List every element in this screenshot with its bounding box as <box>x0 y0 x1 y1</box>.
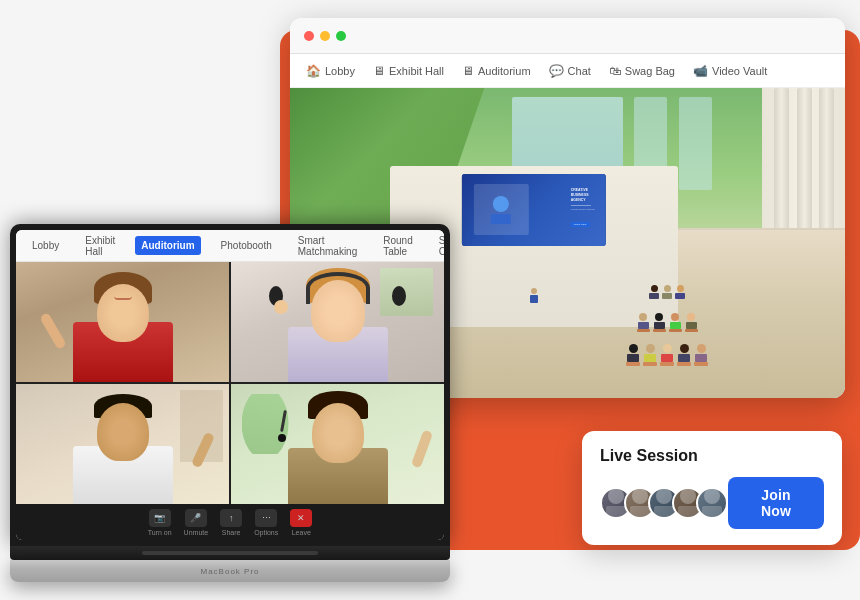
avatar-5 <box>696 487 728 519</box>
avatar-body-3 <box>654 506 674 518</box>
home-icon: 🏠 <box>306 64 321 78</box>
laptop-navbar: Lobby Exhibit Hall Auditorium Photobooth… <box>16 230 444 262</box>
avatar-body-5 <box>702 506 722 518</box>
laptop: Lobby Exhibit Hall Auditorium Photobooth… <box>10 224 450 582</box>
browser-nav-swag-bag[interactable]: 🛍 Swag Bag <box>609 64 675 78</box>
avatar-stack <box>600 487 728 519</box>
avatar-face-5 <box>704 488 720 504</box>
video-participant-2 <box>231 262 444 382</box>
window-close-dot[interactable] <box>304 31 314 41</box>
stage-screen: CREATIVE BUSINESS AGENCY Virtual Event P… <box>462 174 606 247</box>
window-minimize-dot[interactable] <box>320 31 330 41</box>
live-session-title: Live Session <box>600 447 824 465</box>
live-session-card: Live Session Join Now <box>582 431 842 545</box>
browser-navbar: 🏠 Lobby 🖥 Exhibit Hall 🖥 Auditorium 💬 Ch… <box>290 54 845 88</box>
monitor-icon: 🖥 <box>373 64 385 78</box>
options-icon: ⋯ <box>255 509 277 527</box>
browser-nav-auditorium[interactable]: 🖥 Auditorium <box>462 64 531 78</box>
share-icon: ↑ <box>220 509 242 527</box>
avatar-body-2 <box>630 506 650 518</box>
video-icon: 📹 <box>693 64 708 78</box>
laptop-hinge-bar <box>142 551 318 555</box>
options-button[interactable]: ⋯ Options <box>254 509 278 536</box>
browser-nav-video-vault[interactable]: 📹 Video Vault <box>693 64 767 78</box>
share-button[interactable]: ↑ Share <box>220 509 242 536</box>
laptop-bottom: MacBook Pro <box>10 560 450 582</box>
browser-nav-chat[interactable]: 💬 Chat <box>549 64 591 78</box>
screen-line3: AGENCY <box>571 198 595 203</box>
join-now-button[interactable]: Join Now <box>728 477 824 529</box>
turn-on-button[interactable]: 📷 Turn on <box>148 509 172 536</box>
avatar-face-2 <box>632 488 648 504</box>
laptop-nav-photobooth[interactable]: Photobooth <box>215 236 278 255</box>
audience-right <box>590 224 745 373</box>
browser-topbar <box>290 18 845 54</box>
camera-icon: 📷 <box>149 509 171 527</box>
screen-icon: 🖥 <box>462 64 474 78</box>
video-toolbar: 📷 Turn on 🎤 Unmute ↑ Share ⋯ Options ✕ <box>16 504 444 540</box>
laptop-display: Lobby Exhibit Hall Auditorium Photobooth… <box>16 230 444 540</box>
video-participant-1 <box>16 262 229 382</box>
unmute-button[interactable]: 🎤 Unmute <box>184 509 209 536</box>
video-grid <box>16 262 444 504</box>
laptop-nav-auditorium[interactable]: Auditorium <box>135 236 200 255</box>
laptop-brand-label: MacBook Pro <box>200 567 259 576</box>
laptop-nav-round-table[interactable]: Round Table <box>377 231 418 261</box>
avatar-face-3 <box>656 488 672 504</box>
laptop-hinge <box>10 546 450 560</box>
avatar-face-4 <box>680 488 696 504</box>
video-participant-4 <box>231 384 444 504</box>
avatar-body-1 <box>606 506 626 518</box>
avatar-face-1 <box>608 488 624 504</box>
chat-icon: 💬 <box>549 64 564 78</box>
laptop-nav-exhibit-hall[interactable]: Exhibit Hall <box>79 231 121 261</box>
mic-icon: 🎤 <box>185 509 207 527</box>
laptop-nav-lobby[interactable]: Lobby <box>26 236 65 255</box>
laptop-nav-spatial-connect[interactable]: Spatial Connect <box>433 231 444 261</box>
avatar-body-4 <box>678 506 698 518</box>
laptop-nav-smart-matchmaking[interactable]: Smart Matchmaking <box>292 231 363 261</box>
leave-icon: ✕ <box>290 509 312 527</box>
bag-icon: 🛍 <box>609 64 621 78</box>
leave-button[interactable]: ✕ Leave <box>290 509 312 536</box>
laptop-screen: Lobby Exhibit Hall Auditorium Photobooth… <box>10 224 450 546</box>
live-session-row: Join Now <box>600 477 824 529</box>
window-maximize-dot[interactable] <box>336 31 346 41</box>
video-participant-3 <box>16 384 229 504</box>
browser-nav-exhibit-hall[interactable]: 🖥 Exhibit Hall <box>373 64 444 78</box>
browser-nav-lobby[interactable]: 🏠 Lobby <box>306 64 355 78</box>
